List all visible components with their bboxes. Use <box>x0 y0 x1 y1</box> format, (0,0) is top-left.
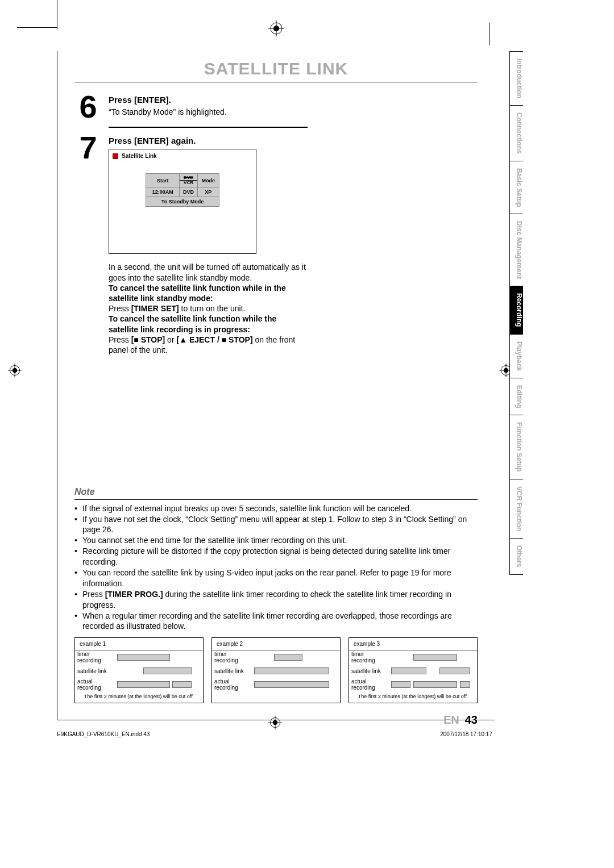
osd-icon <box>113 153 118 159</box>
osd-col-header: DVDVCR <box>180 174 197 187</box>
note-item: •When a regular timer recording and the … <box>74 611 478 632</box>
note-item: •You can record the satellite link by us… <box>74 567 478 589</box>
osd-title: Satellite Link <box>122 153 157 159</box>
page-number: EN43 <box>57 713 478 727</box>
step-text: Press [TIMER SET] to turn on the unit. <box>109 303 308 314</box>
registration-mark-icon <box>268 20 284 36</box>
step-text: “To Standby Mode” is highlighted. <box>109 107 308 117</box>
step-6: 6 Press [ENTER]. “To Standby Mode” is hi… <box>74 93 308 121</box>
note-item: •Press [TIMER PROG.] during the satellit… <box>74 589 478 611</box>
source-timestamp: 2007/12/18 17:10:17 <box>440 731 492 737</box>
title-divider <box>74 82 478 82</box>
section-tab[interactable]: Basic Setup <box>509 161 523 215</box>
section-tab[interactable]: VCR Function <box>509 479 523 539</box>
step-subheading: To cancel the satellite link function wh… <box>109 314 276 333</box>
page-title: SATELLITE LINK <box>57 59 495 78</box>
note-item: •If you have not set the clock, “Clock S… <box>74 514 478 536</box>
osd-col-header: Mode <box>197 174 219 187</box>
section-tab[interactable]: Function Setup <box>509 415 523 479</box>
note-item: •You cannot set the end time for the sat… <box>74 535 478 546</box>
step-number: 6 <box>74 93 102 121</box>
diagram-footer: The first 2 minutes (at the longest) wil… <box>75 692 203 703</box>
step-heading: Press [ENTER] again. <box>109 136 308 145</box>
diagram-title: example 1 <box>75 638 203 651</box>
crop-mark <box>489 23 490 45</box>
crop-mark <box>57 0 57 30</box>
note-item: •Recording picture will be distorted if … <box>74 546 478 567</box>
section-tab[interactable]: Introduction <box>509 51 523 106</box>
osd-cell: 12:00AM <box>146 187 180 197</box>
page-content: SATELLITE LINK 6 Press [ENTER]. “To Stan… <box>57 51 495 720</box>
diagram-example-2: example 2 timer recording satellite link… <box>211 637 341 703</box>
step-7: 7 Press [ENTER] again. Satellite Link St… <box>74 133 308 355</box>
crop-mark <box>17 27 57 28</box>
diagram-title: example 3 <box>349 638 477 651</box>
section-tab[interactable]: Recording <box>509 286 523 334</box>
step-divider <box>109 127 308 128</box>
section-tab[interactable]: Editing <box>509 378 523 416</box>
diagram-footer <box>212 692 340 696</box>
step-subheading: To cancel the satellite link function wh… <box>109 283 286 303</box>
diagram-footer: The first 2 minutes (at the longest) wil… <box>349 692 477 703</box>
section-tabs: IntroductionConnectionsBasic SetupDisc M… <box>509 51 523 575</box>
step-text: In a second, the unit will be turned off… <box>109 262 308 282</box>
osd-col-header: Start <box>146 174 180 187</box>
diagram-title: example 2 <box>212 638 340 651</box>
diagram-example-1: example 1 timer recording satellite link… <box>74 637 204 703</box>
registration-mark-icon <box>8 364 22 377</box>
osd-screen: Satellite Link Start DVDVCR Mode 12:00AM <box>109 149 256 254</box>
section-tab[interactable]: Connections <box>509 106 523 161</box>
timing-diagrams: example 1 timer recording satellite link… <box>74 637 478 703</box>
step-text: Press [■ STOP] or [▲ EJECT / ■ STOP] on … <box>109 335 308 355</box>
step-heading: Press [ENTER]. <box>109 95 308 105</box>
note-item: •If the signal of external input breaks … <box>74 503 478 514</box>
section-tab[interactable]: Others <box>509 539 523 575</box>
diagram-example-3: example 3 timer recording satellite link… <box>349 637 478 703</box>
section-tab[interactable]: Disc Management <box>509 214 523 286</box>
osd-cell: DVD <box>180 187 197 197</box>
osd-standby-row: To Standby Mode <box>146 197 219 207</box>
step-number: 7 <box>74 133 102 162</box>
section-tab[interactable]: Playback <box>509 335 523 378</box>
note-heading: Note <box>74 486 478 498</box>
osd-cell: XP <box>197 187 219 197</box>
note-divider <box>74 499 478 500</box>
source-file-label: E9KGAUD_D-VR610KU_EN.indd 43 <box>57 731 150 737</box>
